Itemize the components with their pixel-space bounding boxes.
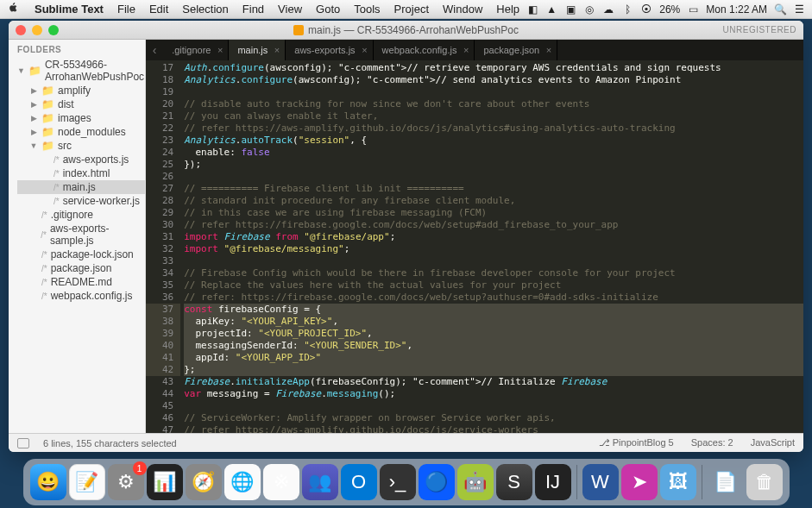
code-area[interactable]: Auth.configure(awsconfig); "c-comment">/… (180, 60, 803, 433)
menu-project[interactable]: Project (387, 3, 436, 16)
tab-close-icon[interactable]: × (362, 45, 367, 55)
menu-tools[interactable]: Tools (347, 3, 387, 16)
editor: ‹ .gitignore×main.js×aws-exports.js×webp… (146, 40, 803, 433)
tab-bar: ‹ .gitignore×main.js×aws-exports.js×webp… (146, 40, 803, 60)
status-icon-generic[interactable]: ▲ (545, 3, 557, 16)
clock[interactable]: Mon 1:22 AM (706, 3, 767, 16)
close-window-button[interactable] (16, 25, 26, 35)
dock-word[interactable]: W (582, 464, 619, 500)
dock-trash[interactable]: 🗑 (746, 464, 783, 500)
battery-percent[interactable]: 26% (659, 3, 680, 16)
menu-goto[interactable]: Goto (309, 3, 347, 16)
search-icon[interactable]: 🔍 (774, 3, 786, 16)
dock-app[interactable]: 🖼 (660, 464, 696, 500)
indentation[interactable]: Spaces: 2 (691, 437, 733, 448)
sidebar-header: FOLDERS (9, 40, 145, 58)
sublime-window: main.js — CR-5534966-ArrohanWebPushPoc U… (9, 21, 803, 452)
menu-find[interactable]: Find (236, 3, 271, 16)
menu-view[interactable]: View (271, 3, 309, 16)
tree-file[interactable]: /* package.json (17, 261, 145, 275)
dock-separator (576, 465, 577, 499)
dock-chrome[interactable]: 🌐 (224, 464, 261, 500)
tab-close-icon[interactable]: × (274, 45, 280, 55)
tree-file[interactable]: /* main.js (17, 180, 145, 194)
tree-file[interactable]: /* package-lock.json (17, 248, 145, 261)
wifi-icon[interactable]: ⦿ (640, 3, 652, 16)
dock-notes[interactable]: 📝 (69, 464, 105, 500)
tree-file[interactable]: /* README.md (17, 275, 145, 289)
menu-window[interactable]: Window (436, 3, 489, 16)
tab[interactable]: main.js× (229, 40, 286, 60)
dock-app[interactable]: 🔵 (419, 464, 455, 500)
titlebar[interactable]: main.js — CR-5534966-ArrohanWebPushPoc U… (9, 21, 803, 40)
badge: 1 (133, 461, 147, 475)
tab-close-icon[interactable]: × (463, 45, 469, 55)
tree-root[interactable]: ▼📁 CR-5534966-ArrohanWebPushPoc (17, 58, 145, 84)
statusbar: 6 lines, 155 characters selected ⎇ Pinpo… (9, 433, 803, 452)
minimize-window-button[interactable] (32, 25, 42, 35)
menu-file[interactable]: File (110, 3, 142, 16)
tab-close-icon[interactable]: × (217, 45, 223, 55)
dock-safari[interactable]: 🧭 (186, 464, 222, 500)
status-icon-generic[interactable]: ☁ (602, 3, 614, 16)
dock-intellij[interactable]: IJ (535, 464, 571, 500)
apple-menu-icon[interactable] (7, 2, 28, 16)
tree-file[interactable]: /* aws-exports-sample.js (17, 222, 145, 248)
zoom-window-button[interactable] (48, 25, 59, 35)
tree-folder[interactable]: ▶📁 dist (17, 97, 145, 111)
tab[interactable]: aws-exports.js× (286, 40, 373, 60)
tree-folder[interactable]: ▶📁 amplify (17, 84, 145, 97)
tab-prev-icon[interactable]: ‹ (146, 40, 163, 60)
status-icon-generic[interactable]: ◧ (526, 3, 538, 16)
dock-sublime[interactable]: S (496, 464, 532, 500)
tab[interactable]: webpack.config.js× (374, 40, 475, 60)
dock-activity[interactable]: 📊 (147, 464, 183, 500)
dock-android[interactable]: 🤖 (457, 464, 494, 500)
window-title: main.js — CR-5534966-ArrohanWebPushPoc (308, 24, 519, 36)
menu-edit[interactable]: Edit (142, 3, 175, 16)
tree-file[interactable]: /* .gitignore (17, 208, 145, 222)
sidebar: FOLDERS ▼📁 CR-5534966-ArrohanWebPushPoc▶… (9, 40, 146, 433)
tree-file[interactable]: /* index.html (17, 166, 145, 180)
dock-terminal[interactable]: ›_ (380, 464, 416, 500)
unregistered-label: UNREGISTERED (723, 25, 796, 34)
dock-app[interactable]: ➤ (621, 464, 658, 500)
file-tree: ▼📁 CR-5534966-ArrohanWebPushPoc▶📁 amplif… (9, 58, 145, 311)
dock-finder[interactable]: 😀 (30, 464, 66, 500)
panel-switch-icon[interactable] (17, 438, 29, 448)
tab[interactable]: package.json× (475, 40, 557, 60)
dock-app[interactable]: ⚙1 (108, 464, 144, 500)
tab-close-icon[interactable]: × (546, 45, 551, 55)
bluetooth-icon[interactable]: ᛒ (621, 3, 633, 16)
git-branch[interactable]: ⎇ PinpointBlog 5 (599, 437, 674, 448)
tree-folder[interactable]: ▶📁 images (17, 111, 145, 125)
status-icon-generic[interactable]: ◎ (583, 3, 595, 16)
notifications-icon[interactable]: ☰ (793, 3, 805, 16)
line-gutter[interactable]: 1718192021222324252627282930313233343536… (146, 60, 180, 433)
dock-separator (702, 465, 702, 499)
menu-help[interactable]: Help (489, 3, 526, 16)
dock: 😀 📝 ⚙1 📊 🧭 🌐 ※ 👥 O ›_ 🔵 🤖 S IJ W ➤ 🖼 📄 🗑 (23, 459, 790, 505)
tab[interactable]: .gitignore× (163, 40, 229, 60)
dock-slack[interactable]: ※ (263, 464, 299, 500)
file-type-icon (293, 25, 304, 35)
syntax[interactable]: JavaScript (751, 437, 795, 448)
app-menu[interactable]: Sublime Text (28, 3, 110, 16)
dock-teams[interactable]: 👥 (302, 464, 338, 500)
tree-folder[interactable]: ▼📁 src (17, 139, 145, 153)
battery-icon[interactable]: ▭ (687, 3, 699, 16)
tree-file[interactable]: /* service-worker.js (17, 194, 145, 208)
status-icon-generic[interactable]: ▣ (564, 3, 576, 16)
menu-selection[interactable]: Selection (175, 3, 235, 16)
dock-file[interactable]: 📄 (708, 464, 744, 500)
menubar: Sublime Text File Edit Selection Find Vi… (0, 0, 812, 19)
tree-file[interactable]: /* webpack.config.js (17, 289, 145, 303)
tree-folder[interactable]: ▶📁 node_modules (17, 125, 145, 139)
menubar-status-area: ◧ ▲ ▣ ◎ ☁ ᛒ ⦿ 26% ▭ Mon 1:22 AM 🔍 ☰ (526, 3, 805, 16)
tree-file[interactable]: /* aws-exports.js (17, 153, 145, 166)
selection-info: 6 lines, 155 characters selected (43, 438, 177, 448)
dock-outlook[interactable]: O (341, 464, 377, 500)
